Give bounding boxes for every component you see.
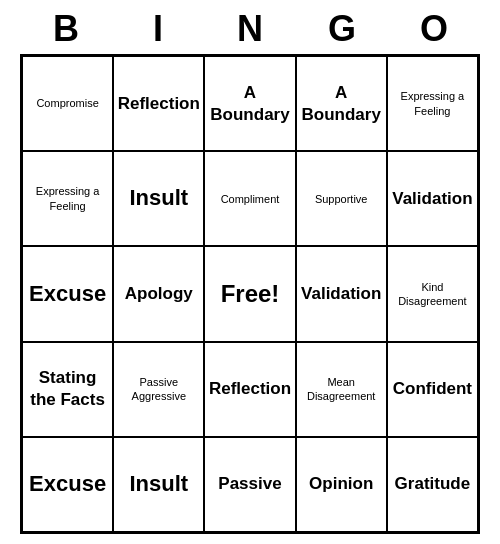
cell-r2-c3[interactable]: Validation [296,246,387,341]
cell-text-r1-c0: Expressing a Feeling [27,184,108,213]
bingo-letter-n: N [209,8,291,50]
bingo-grid: CompromiseReflectionA BoundaryA Boundary… [20,54,480,534]
cell-text-r3-c4: Confident [393,378,472,400]
cell-r2-c2[interactable]: Free! [204,246,295,341]
cell-r0-c2[interactable]: A Boundary [204,56,295,151]
cell-r4-c4[interactable]: Gratitude [387,437,478,532]
cell-text-r2-c3: Validation [301,283,381,305]
bingo-letter-b: B [25,8,107,50]
cell-text-r0-c3: A Boundary [301,82,382,126]
cell-text-r0-c4: Expressing a Feeling [392,89,473,118]
cell-r3-c4[interactable]: Confident [387,342,478,437]
cell-text-r0-c0: Compromise [36,96,98,110]
cell-r1-c2[interactable]: Compliment [204,151,295,246]
cell-text-r4-c2: Passive [218,473,281,495]
cell-text-r2-c1: Apology [125,283,193,305]
cell-r0-c4[interactable]: Expressing a Feeling [387,56,478,151]
bingo-letter-i: I [117,8,199,50]
cell-text-r2-c4: Kind Disagreement [392,280,473,309]
cell-text-r1-c3: Supportive [315,192,368,206]
bingo-letter-g: G [301,8,383,50]
cell-r3-c1[interactable]: Passive Aggressive [113,342,204,437]
cell-text-r3-c0: Stating the Facts [27,367,108,411]
cell-r1-c0[interactable]: Expressing a Feeling [22,151,113,246]
cell-r0-c0[interactable]: Compromise [22,56,113,151]
cell-text-r4-c4: Gratitude [395,473,471,495]
cell-text-r4-c1: Insult [129,470,188,499]
cell-text-r0-c2: A Boundary [209,82,290,126]
cell-r2-c0[interactable]: Excuse [22,246,113,341]
cell-r2-c1[interactable]: Apology [113,246,204,341]
cell-text-r1-c1: Insult [129,184,188,213]
cell-r1-c1[interactable]: Insult [113,151,204,246]
cell-r3-c3[interactable]: Mean Disagreement [296,342,387,437]
cell-text-r3-c2: Reflection [209,378,291,400]
cell-r1-c3[interactable]: Supportive [296,151,387,246]
cell-text-r1-c4: Validation [392,188,472,210]
cell-r0-c3[interactable]: A Boundary [296,56,387,151]
cell-r2-c4[interactable]: Kind Disagreement [387,246,478,341]
cell-r3-c0[interactable]: Stating the Facts [22,342,113,437]
cell-text-r1-c2: Compliment [221,192,280,206]
cell-r0-c1[interactable]: Reflection [113,56,204,151]
cell-r4-c3[interactable]: Opinion [296,437,387,532]
cell-text-r3-c3: Mean Disagreement [301,375,382,404]
bingo-letter-o: O [393,8,475,50]
cell-text-r4-c3: Opinion [309,473,373,495]
cell-r4-c0[interactable]: Excuse [22,437,113,532]
cell-text-r2-c0: Excuse [29,280,106,309]
cell-text-r2-c2: Free! [221,278,280,309]
cell-text-r4-c0: Excuse [29,470,106,499]
cell-r3-c2[interactable]: Reflection [204,342,295,437]
cell-text-r0-c1: Reflection [118,93,200,115]
cell-r1-c4[interactable]: Validation [387,151,478,246]
cell-r4-c2[interactable]: Passive [204,437,295,532]
cell-text-r3-c1: Passive Aggressive [118,375,199,404]
cell-r4-c1[interactable]: Insult [113,437,204,532]
bingo-header: BINGO [20,0,480,54]
